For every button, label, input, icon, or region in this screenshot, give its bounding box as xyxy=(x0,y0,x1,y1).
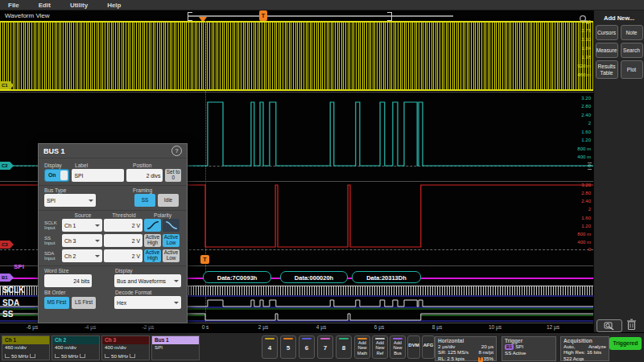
bus-spi-label: SPI xyxy=(14,263,24,270)
set-to-zero-button[interactable]: Set to 0 xyxy=(165,169,181,182)
sda-row-label: SDA xyxy=(2,298,19,307)
zoom-mode-button[interactable] xyxy=(597,319,622,332)
sda-active-low-button[interactable]: Active Low xyxy=(163,249,180,262)
position-label: Position xyxy=(133,162,151,168)
bandwidth-icon xyxy=(30,354,35,358)
menu-edit[interactable]: Edit xyxy=(39,2,51,9)
framing-idle-button[interactable]: Idle xyxy=(158,194,179,207)
display-on-toggle[interactable]: On xyxy=(44,169,69,182)
badge-ch2-bw: 50 MHz xyxy=(55,353,85,359)
add-new-search-button[interactable]: Search xyxy=(621,43,643,58)
chevron-down-icon xyxy=(89,200,93,202)
bandwidth-icon xyxy=(80,354,85,358)
display-mode-select[interactable]: Bus and Waveforms xyxy=(114,274,181,287)
time-axis-label: 10 µs xyxy=(485,324,506,330)
trash-icon[interactable] xyxy=(626,319,637,331)
sclk-input-label: SCLK Input xyxy=(44,220,60,231)
channel-4-button[interactable]: 4 xyxy=(262,335,278,359)
dialog-header[interactable]: BUS 1 ? xyxy=(39,144,187,158)
bus-type-label: Bus Type xyxy=(44,187,133,193)
chevron-down-icon xyxy=(174,302,179,304)
add-label: Add New Ref xyxy=(373,340,387,356)
help-icon[interactable]: ? xyxy=(171,146,182,156)
channel-7-button[interactable]: 7 xyxy=(317,335,333,359)
scale-label: 0 xyxy=(588,163,591,168)
chevron-down-icon xyxy=(95,255,100,257)
bus-type-select[interactable]: SPI xyxy=(44,194,96,207)
badge-ch3[interactable]: Ch 3 400 m/div 50 MHz xyxy=(101,335,150,360)
sclk-rising-edge-button[interactable] xyxy=(144,219,161,232)
trigger-level-marker[interactable]: T xyxy=(200,255,209,264)
channel-number: 4 xyxy=(262,339,277,357)
ss-active-high-button[interactable]: Active High xyxy=(144,234,161,247)
add-new-measure-button[interactable]: Measure xyxy=(596,43,618,58)
magnifier-icon xyxy=(604,322,615,331)
menu-utility[interactable]: Utility xyxy=(70,2,88,9)
time-axis-label: 4 µs xyxy=(311,324,332,330)
decode-result-box[interactable]: Data:000020h xyxy=(280,271,348,283)
scale-label: 0 xyxy=(588,247,591,252)
decode-result-box[interactable]: Data:20313Dh xyxy=(352,271,421,283)
decode-format-select[interactable]: Hex xyxy=(114,296,181,309)
trigger-panel[interactable]: Trigger B1SPI SS Active xyxy=(502,336,556,361)
chevron-down-icon xyxy=(95,224,100,227)
label-label: Label xyxy=(75,162,133,168)
framing-ss-button[interactable]: SS xyxy=(134,194,155,207)
sda-active-high-button[interactable]: Active High xyxy=(144,249,161,262)
channel-5-button[interactable]: 5 xyxy=(280,335,296,359)
horizontal-panel[interactable]: Horizontal 2 µs/div20 µs SR: 125 MS/s8 n… xyxy=(435,336,497,361)
scale-label: 2.30 xyxy=(581,37,591,42)
badge-ch1-bw: 50 MHz xyxy=(5,353,35,359)
ms-first-button[interactable]: MS First xyxy=(44,297,69,309)
add-new-ref-button[interactable]: Add New Ref xyxy=(372,335,388,359)
sclk-source-select[interactable]: Ch 1 xyxy=(62,219,102,232)
scale-label: 2.76 xyxy=(581,28,591,33)
dvm-button[interactable]: DVM xyxy=(407,335,420,359)
menu-bar: FileEditUtilityHelp xyxy=(0,0,644,10)
settings-bar: Ch 1 460 m/div 50 MHz Ch 2 400 m/div 50 … xyxy=(0,332,644,362)
decode-format-label: Decode Format xyxy=(115,290,151,295)
scale-label: 920 m xyxy=(577,64,591,68)
word-size-input[interactable]: 24 bits xyxy=(44,274,92,287)
sda-input-label: SDA Input xyxy=(44,251,60,261)
scale-label: 1.60 xyxy=(581,216,591,220)
add-new-results-table-button[interactable]: Results Table xyxy=(596,60,618,79)
menu-help[interactable]: Help xyxy=(107,2,121,9)
acquisition-panel[interactable]: Acquisition Auto,Analyze High Res: 16 bi… xyxy=(560,336,609,361)
scale-label: 2.80 xyxy=(581,104,591,109)
badge-ch1[interactable]: Ch 1 460 m/div 50 MHz xyxy=(2,335,50,360)
add-new-plot-button[interactable]: Plot xyxy=(621,60,643,79)
sclk-row-label: SCLK xyxy=(2,286,24,294)
afg-button[interactable]: AFG xyxy=(422,335,435,359)
add-new-bus-button[interactable]: Add New Bus xyxy=(390,335,406,359)
channel-6-button[interactable]: 6 xyxy=(299,335,315,359)
ss-active-low-button[interactable]: Active Low xyxy=(163,234,180,247)
polarity-col-label: Polarity xyxy=(144,212,181,218)
decode-result-box[interactable]: Data:7C0093h xyxy=(203,271,271,283)
ss-threshold-input[interactable]: 2 V xyxy=(104,234,142,247)
add-color-bar xyxy=(375,338,385,339)
scale-label: 800 m xyxy=(577,232,591,237)
add-new-math-button[interactable]: Add New Math xyxy=(354,335,370,359)
sclk-falling-edge-button[interactable] xyxy=(163,219,180,232)
label-input[interactable]: SPI xyxy=(72,169,124,182)
sda-threshold-input[interactable]: 2 V xyxy=(104,249,142,262)
bit-order-label: Bit Order xyxy=(44,290,115,295)
badge-bus1-header: Bus 1 xyxy=(152,336,199,344)
sda-source-select[interactable]: Ch 2 xyxy=(62,249,102,262)
add-new-cursors-button[interactable]: Cursors xyxy=(596,25,618,40)
horizontal-title: Horizontal xyxy=(438,338,493,343)
coupling-icon xyxy=(5,354,10,358)
ls-first-button[interactable]: LS First xyxy=(72,297,97,309)
channel-8-button[interactable]: 8 xyxy=(336,335,352,359)
badge-bus1[interactable]: Bus 1 SPI xyxy=(151,335,200,360)
badge-bus1-type: SPI xyxy=(152,344,199,350)
ss-source-select[interactable]: Ch 3 xyxy=(62,234,102,247)
channel-number: 6 xyxy=(299,339,314,357)
badge-ch2[interactable]: Ch 2 400 m/div 50 MHz xyxy=(52,335,100,360)
add-new-note-button[interactable]: Note xyxy=(621,25,643,40)
sclk-threshold-input[interactable]: 2 V xyxy=(104,219,142,232)
bandwidth-icon xyxy=(130,354,135,358)
position-input[interactable]: 2 divs xyxy=(126,169,163,182)
menu-file[interactable]: File xyxy=(8,2,19,9)
